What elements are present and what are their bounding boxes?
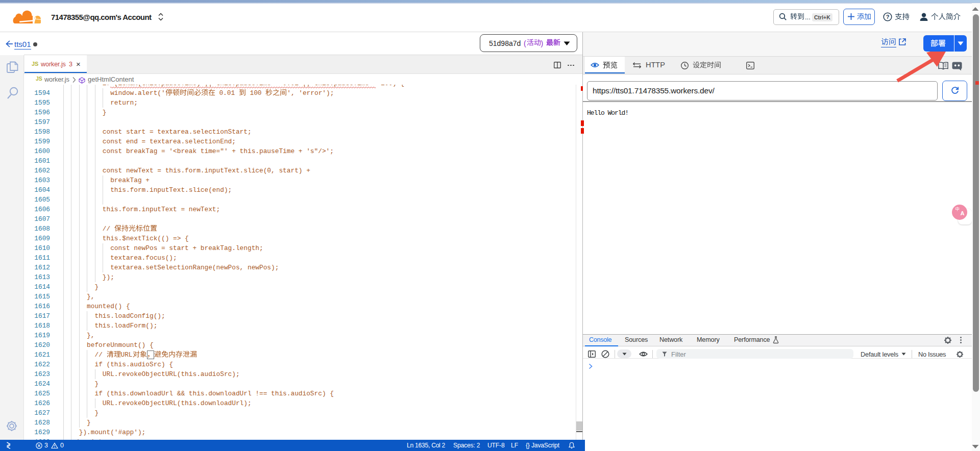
svg-text:?: ? [886, 14, 890, 20]
